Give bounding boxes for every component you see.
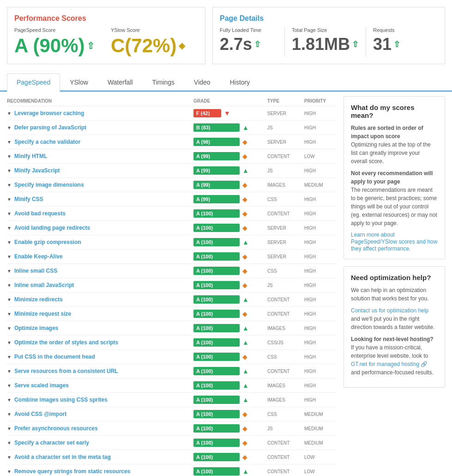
rec-link[interactable]: Inline small CSS: [14, 268, 57, 274]
grade-bar: A (100) ◆: [193, 281, 267, 289]
tab-pagespeed[interactable]: PageSpeed: [7, 73, 60, 92]
rec-link[interactable]: Minify JavaScript: [14, 167, 60, 174]
rec-link[interactable]: Specify image dimensions: [14, 182, 84, 188]
chevron-icon[interactable]: ▼: [7, 183, 12, 188]
metric-requests-value: 31 ⇧: [373, 35, 431, 54]
chevron-icon[interactable]: ▼: [7, 283, 12, 288]
grade-cell: A (98) ◆: [193, 138, 267, 146]
rec-link[interactable]: Defer parsing of JavaScript: [14, 124, 86, 131]
type-cell: IMAGES: [267, 383, 304, 388]
rec-link[interactable]: Minify CSS: [14, 196, 43, 202]
chevron-icon[interactable]: ▼: [7, 426, 12, 431]
chevron-icon[interactable]: ▼: [7, 369, 12, 374]
type-cell: SERVER: [267, 111, 304, 116]
chevron-icon[interactable]: ▼: [7, 440, 12, 445]
grade-bar: A (100) ◆: [193, 353, 267, 361]
chevron-icon[interactable]: ▼: [7, 168, 12, 173]
rec-link[interactable]: Inline small JavaScript: [14, 282, 74, 288]
rec-link[interactable]: Combine images using CSS sprites: [14, 397, 108, 403]
grade-bar: A (100) ▲: [193, 238, 267, 246]
rec-link[interactable]: Minify HTML: [14, 153, 47, 159]
tab-waterfall[interactable]: Waterfall: [98, 73, 143, 92]
grade-cell: A (100) ◆: [193, 410, 267, 418]
grade-bar: A (98) ◆: [193, 138, 267, 146]
rec-link[interactable]: Minimize redirects: [14, 296, 63, 303]
chevron-icon[interactable]: ▼: [7, 240, 12, 245]
sidebar-opt-text1: We can help in an optimization solution …: [351, 286, 438, 303]
chevron-icon[interactable]: ▼: [7, 197, 12, 202]
rec-link[interactable]: Avoid bad requests: [14, 210, 66, 217]
chevron-icon[interactable]: ▼: [7, 412, 12, 417]
rec-link[interactable]: Avoid landing page redirects: [14, 225, 90, 231]
page-details-box: Page Details Fully Loaded Time 2.7s ⇧ To…: [212, 7, 445, 64]
grade-fill: A (100): [193, 410, 240, 418]
rec-link[interactable]: Optimize the order of styles and scripts: [14, 339, 118, 346]
chevron-icon[interactable]: ▼: [7, 125, 12, 130]
chevron-icon[interactable]: ▼: [7, 140, 12, 145]
sidebar-bold1: Rules are sorted in order of impact upon…: [351, 125, 423, 140]
chevron-icon[interactable]: ▼: [7, 254, 12, 259]
tab-video[interactable]: Video: [184, 73, 220, 92]
chevron-icon[interactable]: ▼: [7, 211, 12, 216]
chevron-icon[interactable]: ▼: [7, 354, 12, 360]
rec-link[interactable]: Specify a character set early: [14, 439, 89, 446]
chevron-icon[interactable]: ▼: [7, 311, 12, 317]
tab-yslow[interactable]: YSlow: [60, 73, 98, 92]
yslow-value: C(72%) ◆: [111, 35, 198, 57]
type-cell: JS: [267, 283, 304, 288]
chevron-icon[interactable]: ▼: [7, 383, 12, 388]
tabs-row: PageSpeed YSlow Waterfall Timings Video …: [0, 73, 452, 92]
rec-link[interactable]: Enable Keep-Alive: [14, 253, 63, 260]
performance-scores-box: Performance Scores PageSpeed Score A (90…: [7, 7, 205, 64]
table-row: ▼ Minimize request size A (100) ◆ CONTEN…: [7, 307, 337, 321]
pagespeed-value: A (90%) ⇧: [14, 35, 102, 57]
rec-link[interactable]: Prefer asynchronous resources: [14, 425, 98, 432]
chevron-icon[interactable]: ▼: [7, 111, 12, 116]
table-row: ▼ Remove query strings from static resou…: [7, 464, 337, 476]
chevron-icon[interactable]: ▼: [7, 269, 12, 274]
metric-loaded-label: Fully Loaded Time: [220, 27, 277, 33]
grade-cell: A (100) ◆: [193, 267, 267, 275]
sidebar-desc1: Optimizing rules at the top of the list …: [351, 141, 431, 165]
type-cell: CONTENT: [267, 440, 304, 445]
rec-link[interactable]: Leverage browser caching: [14, 110, 84, 116]
rec-link[interactable]: Avoid a character set in the meta tag: [14, 454, 111, 460]
rec-link[interactable]: Optimize images: [14, 325, 58, 331]
rec-link[interactable]: Enable gzip compression: [14, 239, 81, 245]
tab-timings[interactable]: Timings: [143, 73, 185, 92]
table-row: ▼ Specify image dimensions A (99) ◆ IMAG…: [7, 178, 337, 192]
tab-history[interactable]: History: [220, 73, 260, 92]
rec-link[interactable]: Serve scaled images: [14, 382, 69, 389]
rec-link[interactable]: Specify a cache validator: [14, 139, 80, 145]
page-details-title: Page Details: [220, 14, 438, 23]
grade-cell: A (100) ▲: [193, 324, 267, 332]
table-body: ▼ Leverage browser caching F (42) ▼ SERV…: [7, 106, 337, 476]
type-cell: CONTENT: [267, 369, 304, 374]
chevron-icon[interactable]: ▼: [7, 397, 12, 403]
priority-cell: HIGH: [304, 226, 337, 231]
chevron-icon[interactable]: ▼: [7, 297, 12, 302]
grade-bar: A (100) ◆: [193, 424, 267, 433]
rec-link[interactable]: Remove query strings from static resourc…: [14, 468, 130, 475]
chevron-icon[interactable]: ▼: [7, 154, 12, 159]
type-cell: IMAGES: [267, 183, 304, 188]
grade-cell: A (100) ◆: [193, 281, 267, 289]
rec-link[interactable]: Avoid CSS @import: [14, 411, 66, 417]
chevron-icon[interactable]: ▼: [7, 469, 12, 474]
grade-icon: ▲: [242, 468, 249, 475]
grade-fill: A (100): [193, 224, 240, 232]
chevron-icon[interactable]: ▼: [7, 340, 12, 345]
chevron-icon[interactable]: ▼: [7, 455, 12, 460]
sidebar-hosting-link[interactable]: GT.net for managed hosting 🔗: [351, 361, 428, 367]
grade-cell: A (99) ▲: [193, 166, 267, 175]
chevron-icon[interactable]: ▼: [7, 226, 12, 231]
table-row: ▼ Serve resources from a consistent URL …: [7, 364, 337, 378]
sidebar-contact-link[interactable]: Contact us for optimization help: [351, 307, 428, 314]
rec-link[interactable]: Put CSS in the document head: [14, 354, 95, 360]
rec-link[interactable]: Minimize request size: [14, 311, 71, 317]
chevron-icon[interactable]: ▼: [7, 326, 12, 331]
rec-link[interactable]: Serve resources from a consistent URL: [14, 368, 118, 374]
sidebar-learn-more-link[interactable]: Learn more about PageSpeed/YSlow scores …: [351, 232, 437, 252]
priority-cell: MEDIUM: [304, 440, 337, 445]
table-row: ▼ Minify HTML A (99) ◆ CONTENT LOW: [7, 149, 337, 164]
